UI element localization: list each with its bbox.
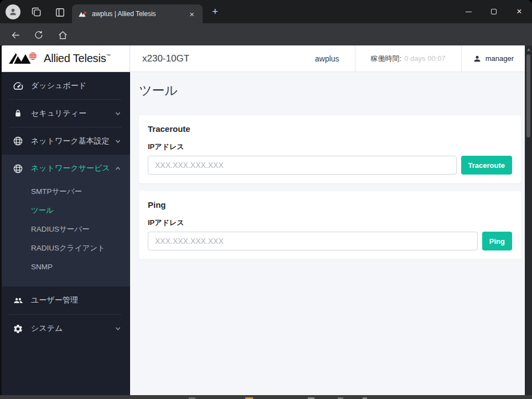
avatar-icon	[8, 7, 18, 17]
username: manager	[485, 54, 514, 63]
globe-icon	[12, 135, 24, 147]
home-button[interactable]	[55, 28, 70, 42]
sidebar-subitem-tools[interactable]: ツール	[0, 201, 130, 220]
brand-block: Allied Telesis™	[0, 45, 130, 71]
sidebar-subitem-radius-server[interactable]: RADIUSサーバー	[0, 220, 130, 239]
browser-window: awplus | Allied Telesis × + ×	[0, 0, 532, 399]
ping-card-title: Ping	[148, 200, 512, 210]
lock-icon	[12, 108, 24, 119]
traceroute-ip-input[interactable]	[148, 156, 457, 175]
sidebar: ダッシュボード セキュリティー ネットワーク基本設定	[0, 72, 130, 395]
browser-toolbar: セキュリティ保護なし https://192.168.1.239/#/tools…	[0, 23, 532, 45]
back-button[interactable]	[8, 28, 23, 42]
sidebar-subitem-smtp-server[interactable]: SMTPサーバー	[0, 182, 130, 201]
allied-telesis-favicon	[79, 11, 87, 18]
traceroute-ip-label: IPアドレス	[148, 142, 512, 151]
close-icon: ×	[516, 7, 521, 16]
arrow-left-icon	[11, 30, 21, 40]
new-tab-button[interactable]: +	[209, 6, 221, 18]
user-menu[interactable]: manager	[461, 45, 525, 71]
sidebar-item-label: セキュリティー	[31, 109, 86, 119]
refresh-icon	[34, 30, 44, 40]
minimize-button[interactable]	[456, 0, 481, 23]
brand-name: Allied Telesis™	[44, 52, 110, 65]
product-name: awplus	[315, 54, 339, 63]
sidebar-item-dashboard[interactable]: ダッシュボード	[0, 72, 130, 99]
sidebar-item-label: ネットワークサービス	[31, 163, 110, 173]
device-name: x230-10GT	[130, 53, 189, 64]
sidebar-item-label: ネットワーク基本設定	[31, 136, 110, 146]
minimize-icon	[466, 12, 472, 12]
ping-card: Ping IPアドレス Ping	[139, 191, 521, 259]
home-icon	[58, 30, 68, 40]
browser-titlebar: awplus | Allied Telesis × + ×	[0, 0, 532, 23]
sidebar-subitem-snmp[interactable]: SNMP	[0, 258, 130, 277]
tab-title: awplus | Allied Telesis	[92, 10, 187, 18]
globe-icon	[12, 163, 24, 175]
traceroute-card-title: Traceroute	[148, 124, 512, 134]
traceroute-button[interactable]: Traceroute	[461, 156, 512, 175]
maximize-icon	[491, 9, 497, 14]
chevron-up-icon	[115, 165, 121, 172]
person-icon	[473, 54, 482, 63]
main-content: ツール Traceroute IPアドレス Traceroute Ping IP…	[130, 72, 525, 395]
gear-icon	[12, 323, 24, 335]
ping-ip-input[interactable]	[148, 232, 478, 250]
browser-tab[interactable]: awplus | Allied Telesis ×	[72, 4, 203, 23]
close-button[interactable]: ×	[507, 0, 532, 23]
tab-actions-button[interactable]	[53, 6, 66, 19]
maximize-button[interactable]	[481, 0, 507, 23]
stacked-squares-icon	[31, 7, 42, 18]
scrollbar-up-arrow-icon[interactable]	[527, 48, 530, 51]
sidebar-item-label: システム	[31, 324, 63, 334]
chevron-down-icon	[115, 138, 121, 145]
chevron-down-icon	[115, 110, 121, 117]
scrollbar-thumb[interactable]	[526, 54, 530, 137]
sidebar-item-label: ユーザー管理	[31, 295, 78, 305]
browser-profile-button[interactable]	[6, 4, 20, 19]
sidebar-item-network-services[interactable]: ネットワークサービス	[0, 155, 130, 182]
trademark-symbol: ™	[106, 53, 110, 58]
page-scrollbar[interactable]	[525, 45, 532, 395]
allied-telesis-logo	[8, 52, 39, 65]
page-title: ツール	[139, 82, 521, 99]
sidebar-item-system[interactable]: システム	[0, 315, 130, 342]
traceroute-card: Traceroute IPアドレス Traceroute	[139, 115, 521, 183]
chevron-down-icon	[115, 325, 121, 332]
sidebar-item-network-basic[interactable]: ネットワーク基本設定	[0, 127, 130, 155]
users-icon	[12, 295, 24, 306]
tab-close-icon[interactable]: ×	[187, 9, 197, 19]
refresh-button[interactable]	[32, 28, 46, 42]
sidebar-item-label: ダッシュボード	[31, 81, 86, 91]
ping-button[interactable]: Ping	[482, 232, 512, 250]
ping-ip-label: IPアドレス	[148, 218, 512, 227]
sidebar-subitem-radius-client[interactable]: RADIUSクライアント	[0, 239, 130, 258]
taskbar-strip	[0, 395, 532, 399]
window-left-edge	[0, 45, 2, 395]
gauge-icon	[12, 80, 24, 91]
workspaces-button[interactable]	[30, 6, 43, 19]
split-window-icon	[55, 7, 65, 18]
sidebar-group-network-services: ネットワークサービス SMTPサーバー ツール RADIUSサーバー RADIU…	[0, 155, 130, 287]
sidebar-item-security[interactable]: セキュリティー	[0, 100, 130, 127]
app-header: Allied Telesis™ x230-10GT awplus 稼働時間: 0…	[0, 45, 525, 72]
uptime-label: 稼働時間:	[371, 54, 402, 64]
sidebar-item-user-management[interactable]: ユーザー管理	[0, 287, 130, 314]
uptime-value: 0 days 00:07	[404, 54, 445, 63]
